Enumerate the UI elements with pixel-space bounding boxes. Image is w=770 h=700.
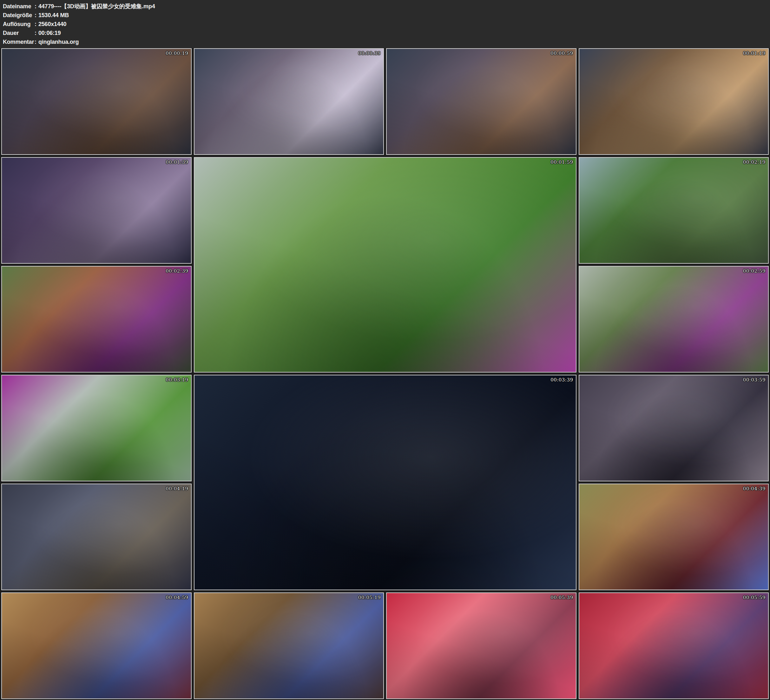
- metadata-value-resolution: 2560x1440: [39, 19, 770, 29]
- metadata-label: Dauer: [3, 29, 33, 37]
- metadata-header: Dateiname : 44779----【3D动画】被囚禁少女的受难集.mp4…: [0, 0, 770, 48]
- video-thumbnail: 00:03:59: [579, 375, 769, 481]
- timestamp-overlay: 00:02:19: [743, 159, 765, 165]
- video-thumbnail: 00:01:39: [1, 157, 192, 264]
- metadata-row-comment: Kommentar : qinglanhua.org: [3, 37, 770, 46]
- video-thumbnail: 00:00:19: [1, 48, 192, 155]
- video-thumbnail-large: 00:03:39: [194, 375, 576, 590]
- metadata-separator: :: [33, 29, 39, 37]
- metadata-row-resolution: Auflösung : 2560x1440: [3, 19, 770, 29]
- timestamp-overlay: 00:01:39: [166, 159, 188, 165]
- metadata-separator: :: [33, 11, 39, 19]
- metadata-row-duration: Dauer : 00:06:19: [3, 29, 770, 37]
- metadata-row-filesize: Dateigröße : 1530.44 MB: [3, 11, 770, 19]
- metadata-value-filesize: 1530.44 MB: [39, 11, 770, 19]
- video-thumbnail: 00:05:19: [194, 592, 384, 699]
- timestamp-overlay: 00:00:39: [358, 50, 381, 56]
- video-thumbnail: 00:00:39: [194, 48, 384, 155]
- metadata-label: Dateiname: [3, 2, 33, 11]
- timestamp-overlay: 00:04:39: [743, 486, 765, 491]
- thumbnail-grid: 00:00:19 00:00:39 00:00:59 00:01:19 00:0…: [0, 48, 770, 699]
- timestamp-overlay: 00:05:19: [358, 595, 381, 600]
- metadata-separator: :: [33, 2, 39, 11]
- timestamp-overlay: 00:02:59: [743, 268, 765, 274]
- video-thumbnail: 00:01:19: [579, 48, 769, 155]
- timestamp-overlay: 00:01:19: [743, 50, 765, 56]
- video-thumbnail: 00:04:59: [1, 592, 192, 699]
- timestamp-overlay: 00:03:59: [743, 377, 765, 383]
- video-thumbnail: 00:00:59: [386, 48, 576, 155]
- metadata-label: Kommentar: [3, 37, 33, 46]
- metadata-value-duration: 00:06:19: [39, 29, 770, 37]
- video-thumbnail: 00:03:19: [1, 375, 192, 481]
- video-thumbnail: 00:04:19: [1, 484, 192, 590]
- metadata-value-comment: qinglanhua.org: [39, 37, 770, 46]
- timestamp-overlay: 00:04:59: [166, 595, 188, 600]
- metadata-label: Dateigröße: [3, 11, 33, 19]
- video-thumbnail: 00:02:39: [1, 266, 192, 373]
- video-thumbnail: 00:05:39: [386, 592, 576, 699]
- metadata-separator: :: [33, 37, 39, 46]
- timestamp-overlay: 00:04:19: [166, 486, 188, 491]
- timestamp-overlay: 00:00:19: [166, 50, 188, 56]
- timestamp-overlay: 00:03:19: [166, 377, 188, 383]
- video-thumbnail: 00:02:59: [579, 266, 769, 373]
- timestamp-overlay: 00:01:59: [550, 159, 573, 165]
- video-thumbnail: 00:04:39: [579, 484, 769, 590]
- metadata-value-filename: 44779----【3D动画】被囚禁少女的受难集.mp4: [39, 2, 770, 11]
- timestamp-overlay: 00:05:39: [550, 595, 573, 600]
- timestamp-overlay: 00:00:59: [550, 50, 573, 56]
- metadata-row-filename: Dateiname : 44779----【3D动画】被囚禁少女的受难集.mp4: [3, 2, 770, 11]
- metadata-label: Auflösung: [3, 19, 33, 29]
- video-thumbnail: 00:05:59: [579, 592, 769, 699]
- timestamp-overlay: 00:05:59: [743, 595, 765, 600]
- video-thumbnail-large: 00:01:59: [194, 157, 576, 373]
- metadata-separator: :: [33, 19, 39, 29]
- video-thumbnail: 00:02:19: [579, 157, 769, 264]
- timestamp-overlay: 00:03:39: [550, 377, 573, 383]
- timestamp-overlay: 00:02:39: [166, 268, 188, 274]
